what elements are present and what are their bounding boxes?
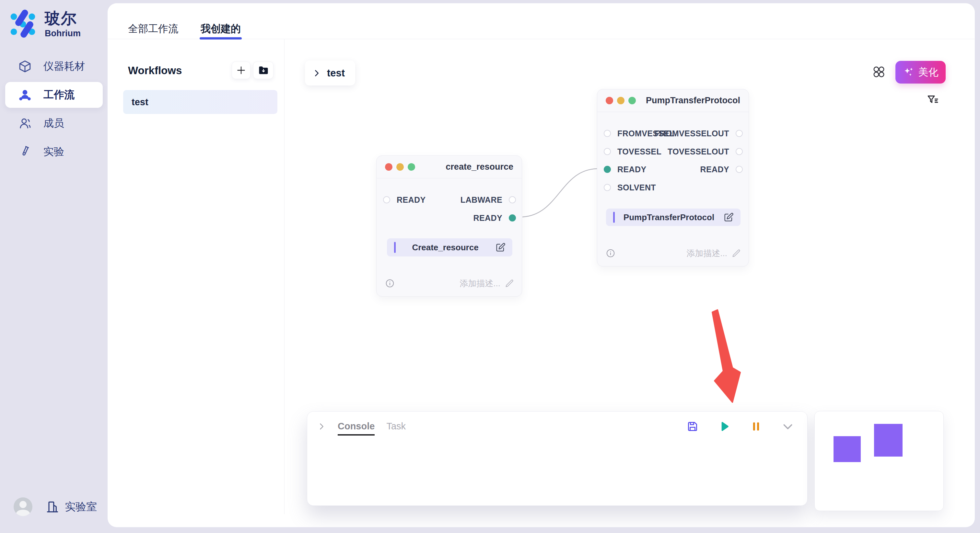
port-ready-in: READY <box>604 165 646 174</box>
console-panel: Console Task <box>307 411 808 506</box>
node-expand-dot[interactable] <box>408 163 415 171</box>
chevron-down-icon[interactable] <box>781 420 794 433</box>
brand-logo: 玻尔 Bohrium <box>10 9 81 38</box>
tab-all-workflows[interactable]: 全部工作流 <box>128 22 178 36</box>
sidebar-item-members[interactable]: 成员 <box>5 110 103 136</box>
port-label: READY <box>397 195 426 205</box>
building-icon <box>45 500 60 514</box>
port-handle[interactable] <box>736 130 743 137</box>
pause-icon[interactable] <box>749 420 762 433</box>
description-placeholder[interactable]: 添加描述... <box>686 248 727 259</box>
node-minimize-dot[interactable] <box>396 163 404 171</box>
node-pump-transfer-protocol[interactable]: PumpTransferProtocol FROMVESSEL FROMVESS… <box>597 89 749 266</box>
sidebar-item-label: 实验 <box>43 145 64 159</box>
traffic-dots <box>606 97 636 104</box>
brand-name-en: Bohrium <box>45 29 81 38</box>
pencil-icon[interactable] <box>732 249 741 258</box>
port-handle[interactable] <box>604 166 611 173</box>
sidebar: 玻尔 Bohrium 仪器耗材 工作流 <box>0 0 108 533</box>
chevron-right-icon <box>312 69 321 78</box>
workflow-list-item[interactable]: test <box>123 90 277 114</box>
node-close-dot[interactable] <box>385 163 393 171</box>
filter-icon[interactable] <box>926 94 940 106</box>
port-handle[interactable] <box>604 130 611 137</box>
port-label: LABWARE <box>460 195 502 205</box>
import-folder-button[interactable] <box>253 62 274 79</box>
port-label: READY <box>617 165 646 174</box>
port-handle[interactable] <box>736 148 743 155</box>
tab-created-by-me[interactable]: 我创建的 <box>200 22 241 36</box>
traffic-dots <box>385 163 415 171</box>
node-close-dot[interactable] <box>606 97 613 104</box>
annotation-arrow <box>712 310 740 402</box>
port-ready-out: READY <box>700 165 743 174</box>
node-action-pill[interactable]: Create_resource <box>387 238 512 257</box>
tab-task[interactable]: Task <box>386 421 406 436</box>
port-handle[interactable] <box>604 184 611 191</box>
port-handle[interactable] <box>383 196 390 203</box>
header-tabbar: 全部工作流 我创建的 <box>108 3 975 39</box>
workspace-switcher[interactable]: 实验室 <box>45 500 97 514</box>
port-label: READY <box>700 165 729 174</box>
port-handle[interactable] <box>509 214 516 222</box>
node-header: create_resource <box>377 156 522 178</box>
edit-icon[interactable] <box>495 242 506 253</box>
port-solvent-in: SOLVENT <box>604 183 656 192</box>
beautify-label: 美化 <box>918 65 939 79</box>
user-avatar[interactable] <box>14 497 32 516</box>
port-handle[interactable] <box>736 166 743 173</box>
brand-name-zh: 玻尔 <box>45 9 81 28</box>
info-icon[interactable] <box>385 279 395 288</box>
port-label: TOVESSELOUT <box>668 147 729 156</box>
workspace-label: 实验室 <box>65 500 97 514</box>
sidebar-nav: 仪器耗材 工作流 成员 <box>5 54 103 167</box>
action-label: PumpTransferProtocol <box>615 213 723 222</box>
sidebar-item-workflows[interactable]: 工作流 <box>5 82 103 108</box>
box-icon <box>18 60 32 73</box>
node-footer: 添加描述... <box>606 247 741 259</box>
port-tovessel-in: TOVESSEL <box>604 148 662 156</box>
collapse-chevron-icon[interactable] <box>317 422 326 431</box>
console-actions <box>686 420 794 436</box>
run-icon[interactable] <box>718 420 731 433</box>
port-handle[interactable] <box>604 148 611 155</box>
console-header: Console Task <box>307 412 807 436</box>
node-title: create_resource <box>445 162 513 172</box>
minimap-node-create-resource <box>834 436 861 462</box>
sidebar-footer: 实验室 <box>14 497 97 516</box>
sidebar-item-consumables[interactable]: 仪器耗材 <box>5 54 103 79</box>
port-ready-out: READY <box>473 214 516 222</box>
pencil-icon[interactable] <box>505 279 514 288</box>
layout-grid-icon[interactable] <box>872 65 885 78</box>
node-create-resource[interactable]: create_resource READY LABWARE READY Crea… <box>376 155 522 297</box>
canvas-breadcrumb[interactable]: test <box>305 60 355 86</box>
tab-console[interactable]: Console <box>338 421 375 436</box>
port-handle[interactable] <box>509 196 516 203</box>
node-footer: 添加描述... <box>385 278 514 289</box>
node-header: PumpTransferProtocol <box>597 89 749 112</box>
breadcrumb-label: test <box>327 67 345 79</box>
sidebar-item-label: 仪器耗材 <box>43 59 85 73</box>
description-placeholder[interactable]: 添加描述... <box>460 278 500 289</box>
minimap[interactable] <box>815 411 944 511</box>
sidebar-item-experiments[interactable]: 实验 <box>5 139 103 165</box>
port-labware-out: LABWARE <box>460 195 516 204</box>
members-icon <box>18 117 32 130</box>
port-label: READY <box>473 213 502 223</box>
sparkles-icon <box>903 67 915 78</box>
node-action-pill[interactable]: PumpTransferProtocol <box>606 209 740 226</box>
node-minimize-dot[interactable] <box>617 97 625 104</box>
beautify-button[interactable]: 美化 <box>896 61 946 84</box>
bohrium-logo-icon <box>10 9 39 38</box>
node-expand-dot[interactable] <box>628 97 636 104</box>
edit-icon[interactable] <box>723 212 734 223</box>
info-icon[interactable] <box>606 248 616 258</box>
main-content: 全部工作流 我创建的 Workflows test test <box>108 3 975 527</box>
folder-download-icon <box>258 65 269 76</box>
save-icon[interactable] <box>686 420 699 433</box>
node-title: PumpTransferProtocol <box>646 95 740 106</box>
workflow-icon <box>18 88 32 102</box>
port-fromvesselout-out: FROMVESSELOUT <box>655 129 743 138</box>
add-workflow-button[interactable] <box>232 62 250 79</box>
sidebar-item-label: 成员 <box>43 116 64 130</box>
